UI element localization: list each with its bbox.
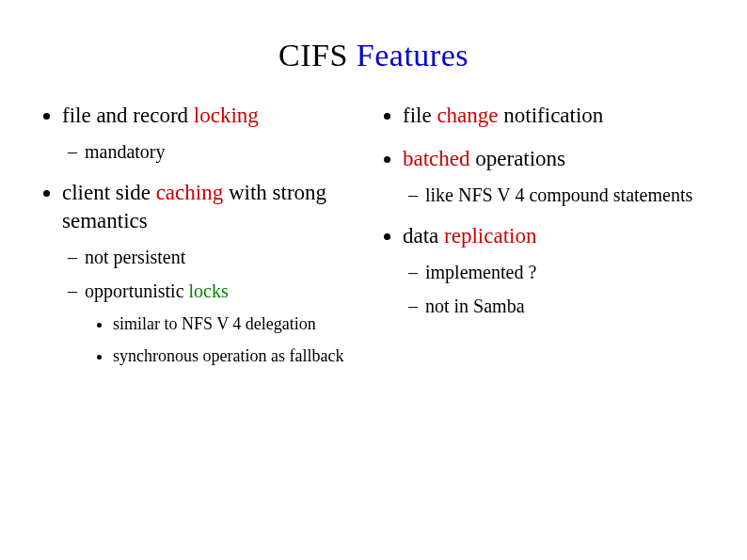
list-item: data replication implemented ? not in Sa… bbox=[403, 222, 709, 318]
text: like NFS V 4 compound statements bbox=[425, 184, 692, 205]
text-highlight: batched bbox=[403, 147, 470, 170]
list-item: not persistent bbox=[85, 245, 369, 269]
left-list: file and record locking mandatory client… bbox=[38, 102, 369, 367]
list-item: batched operations like NFS V 4 compound… bbox=[403, 145, 709, 207]
right-column: file change notification batched operati… bbox=[378, 102, 709, 382]
text: opportunistic bbox=[85, 280, 189, 301]
content-columns: file and record locking mandatory client… bbox=[38, 102, 709, 382]
list-item: like NFS V 4 compound statements bbox=[425, 183, 709, 207]
text: file bbox=[403, 104, 437, 127]
sublist: similar to NFS V 4 delegation synchronou… bbox=[85, 312, 369, 368]
list-item: opportunistic locks similar to NFS V 4 d… bbox=[85, 279, 369, 368]
text-highlight: caching bbox=[156, 181, 224, 204]
text: mandatory bbox=[85, 141, 166, 162]
text: implemented ? bbox=[425, 262, 536, 282]
list-item: similar to NFS V 4 delegation bbox=[113, 312, 369, 335]
text: notification bbox=[499, 104, 604, 127]
text: file and record bbox=[62, 104, 194, 127]
left-column: file and record locking mandatory client… bbox=[38, 102, 369, 382]
slide-title: CIFS Features bbox=[38, 38, 709, 73]
list-item: not in Samba bbox=[425, 294, 709, 318]
title-part2: Features bbox=[357, 38, 469, 72]
right-list: file change notification batched operati… bbox=[378, 102, 709, 318]
text: synchronous operation as fallback bbox=[113, 346, 343, 365]
list-item: file change notification bbox=[403, 102, 709, 130]
sublist: not persistent opportunistic locks simil… bbox=[62, 245, 369, 368]
list-item: implemented ? bbox=[425, 260, 709, 284]
list-item: mandatory bbox=[85, 139, 369, 164]
slide: CIFS Features file and record locking ma… bbox=[0, 0, 747, 560]
title-part1: CIFS bbox=[278, 38, 357, 72]
text: not persistent bbox=[85, 247, 185, 267]
list-item: synchronous operation as fallback bbox=[113, 344, 369, 367]
sublist: like NFS V 4 compound statements bbox=[403, 183, 709, 207]
sublist: mandatory bbox=[62, 139, 369, 164]
text-highlight: replication bbox=[444, 224, 536, 248]
text: data bbox=[403, 224, 444, 248]
list-item: file and record locking mandatory bbox=[62, 102, 369, 164]
sublist: implemented ? not in Samba bbox=[403, 260, 709, 318]
list-item: client side caching with strong semantic… bbox=[62, 179, 369, 367]
text: similar to NFS V 4 delegation bbox=[113, 314, 316, 333]
text-highlight: locks bbox=[189, 280, 229, 301]
text: client side bbox=[62, 181, 156, 204]
text: operations bbox=[470, 147, 566, 170]
text-highlight: change bbox=[437, 104, 498, 127]
text: not in Samba bbox=[425, 296, 525, 316]
text-highlight: locking bbox=[194, 104, 259, 127]
